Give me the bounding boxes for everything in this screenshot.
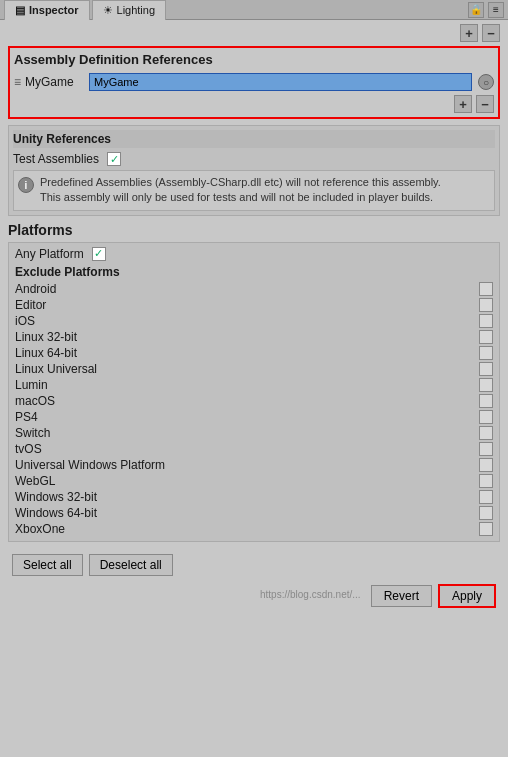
asm-ref-input-wrapper xyxy=(89,73,472,91)
info-box: i Predefined Assemblies (Assembly-CSharp… xyxy=(13,170,495,211)
platform-checkbox-android[interactable] xyxy=(479,282,493,296)
asm-def-references-section: Assembly Definition References ≡ MyGame … xyxy=(8,46,500,119)
platform-checkbox-win32[interactable] xyxy=(479,490,493,504)
revert-button[interactable]: Revert xyxy=(371,585,432,607)
any-platform-row: Any Platform ✓ xyxy=(15,247,493,261)
list-item: Linux Universal xyxy=(15,361,493,377)
tab-lighting[interactable]: ☀ Lighting xyxy=(92,0,167,20)
platform-checkbox-ios[interactable] xyxy=(479,314,493,328)
asm-ref-input[interactable] xyxy=(90,74,471,90)
list-item: Linux 32-bit xyxy=(15,329,493,345)
list-item: tvOS xyxy=(15,441,493,457)
lighting-icon: ☀ xyxy=(103,4,113,17)
main-content: + − Assembly Definition References ≡ MyG… xyxy=(0,20,508,757)
list-item: Windows 64-bit xyxy=(15,505,493,521)
platforms-inner: Any Platform ✓ Exclude Platforms Android… xyxy=(8,242,500,542)
list-item: Switch xyxy=(15,425,493,441)
platform-checkbox-lumin[interactable] xyxy=(479,378,493,392)
list-item: Universal Windows Platform xyxy=(15,457,493,473)
platform-checkbox-tvos[interactable] xyxy=(479,442,493,456)
platform-name-editor: Editor xyxy=(15,298,46,312)
list-item: macOS xyxy=(15,393,493,409)
platform-checkbox-switch[interactable] xyxy=(479,426,493,440)
tab-inspector-label: Inspector xyxy=(29,4,79,16)
platform-name-xboxone: XboxOne xyxy=(15,522,65,536)
platform-checkbox-macos[interactable] xyxy=(479,394,493,408)
platforms-title: Platforms xyxy=(8,222,500,238)
platform-name-lumin: Lumin xyxy=(15,378,48,392)
select-all-button[interactable]: Select all xyxy=(12,554,83,576)
tab-inspector[interactable]: ▤ Inspector xyxy=(4,0,90,20)
list-item: Lumin xyxy=(15,377,493,393)
any-platform-checkbox[interactable]: ✓ xyxy=(92,247,106,261)
platform-checkbox-linuxuniversal[interactable] xyxy=(479,362,493,376)
list-item: XboxOne xyxy=(15,521,493,537)
platform-name-linux64: Linux 64-bit xyxy=(15,346,77,360)
platform-name-tvos: tvOS xyxy=(15,442,42,456)
asm-add-button[interactable]: + xyxy=(454,95,472,113)
list-item: PS4 xyxy=(15,409,493,425)
test-assemblies-checkbox[interactable]: ✓ xyxy=(107,152,121,166)
platform-checkbox-ps4[interactable] xyxy=(479,410,493,424)
platform-name-win32: Windows 32-bit xyxy=(15,490,97,504)
platform-name-win64: Windows 64-bit xyxy=(15,506,97,520)
test-assemblies-label: Test Assemblies xyxy=(13,152,99,166)
inspector-icon: ▤ xyxy=(15,4,25,17)
apply-button[interactable]: Apply xyxy=(438,584,496,608)
top-remove-button[interactable]: − xyxy=(482,24,500,42)
exclude-platforms-label: Exclude Platforms xyxy=(15,265,493,279)
bottom-buttons-row: Select all Deselect all xyxy=(8,548,500,582)
deselect-all-button[interactable]: Deselect all xyxy=(89,554,173,576)
list-item: Windows 32-bit xyxy=(15,489,493,505)
platform-checkbox-editor[interactable] xyxy=(479,298,493,312)
list-item: Editor xyxy=(15,297,493,313)
menu-button[interactable]: ≡ xyxy=(488,2,504,18)
platform-name-ios: iOS xyxy=(15,314,35,328)
list-item: Android xyxy=(15,281,493,297)
asm-ref-name: MyGame xyxy=(25,75,85,89)
platform-checkbox-linux64[interactable] xyxy=(479,346,493,360)
unity-refs-section: Unity References Test Assemblies ✓ i Pre… xyxy=(8,125,500,216)
test-assemblies-row: Test Assemblies ✓ xyxy=(13,152,495,166)
tab-controls: 🔒 ≡ xyxy=(468,2,504,18)
platform-name-uwp: Universal Windows Platform xyxy=(15,458,165,472)
platform-checkbox-uwp[interactable] xyxy=(479,458,493,472)
platform-name-linuxuniversal: Linux Universal xyxy=(15,362,97,376)
top-add-button[interactable]: + xyxy=(460,24,478,42)
platform-checkbox-linux32[interactable] xyxy=(479,330,493,344)
list-item: Linux 64-bit xyxy=(15,345,493,361)
info-text: Predefined Assemblies (Assembly-CSharp.d… xyxy=(40,175,441,206)
tab-lighting-label: Lighting xyxy=(117,4,156,16)
watermark-text: https://blog.csdn.net/... xyxy=(12,589,365,602)
asm-ref-circle-button[interactable]: ○ xyxy=(478,74,494,90)
asm-ref-row: ≡ MyGame ○ xyxy=(14,73,494,91)
lock-button[interactable]: 🔒 xyxy=(468,2,484,18)
platform-checkbox-win64[interactable] xyxy=(479,506,493,520)
top-add-remove-row: + − xyxy=(8,24,500,42)
tab-bar: ▤ Inspector ☀ Lighting 🔒 ≡ xyxy=(0,0,508,20)
platforms-section: Platforms Any Platform ✓ Exclude Platfor… xyxy=(8,222,500,542)
platform-checkbox-webgl[interactable] xyxy=(479,474,493,488)
asm-remove-button[interactable]: − xyxy=(476,95,494,113)
platform-name-linux32: Linux 32-bit xyxy=(15,330,77,344)
asm-add-remove-row: + − xyxy=(14,95,494,113)
platform-name-switch: Switch xyxy=(15,426,50,440)
asm-def-title: Assembly Definition References xyxy=(14,52,494,67)
action-row: https://blog.csdn.net/... Revert Apply xyxy=(8,582,500,612)
unity-refs-title: Unity References xyxy=(13,130,495,148)
platform-checkbox-xboxone[interactable] xyxy=(479,522,493,536)
platform-name-ps4: PS4 xyxy=(15,410,38,424)
list-item: iOS xyxy=(15,313,493,329)
info-icon: i xyxy=(18,177,34,193)
list-item: WebGL xyxy=(15,473,493,489)
any-platform-label: Any Platform xyxy=(15,247,84,261)
platform-name-macos: macOS xyxy=(15,394,55,408)
platform-name-android: Android xyxy=(15,282,56,296)
drag-handle-icon: ≡ xyxy=(14,75,21,89)
platform-name-webgl: WebGL xyxy=(15,474,55,488)
